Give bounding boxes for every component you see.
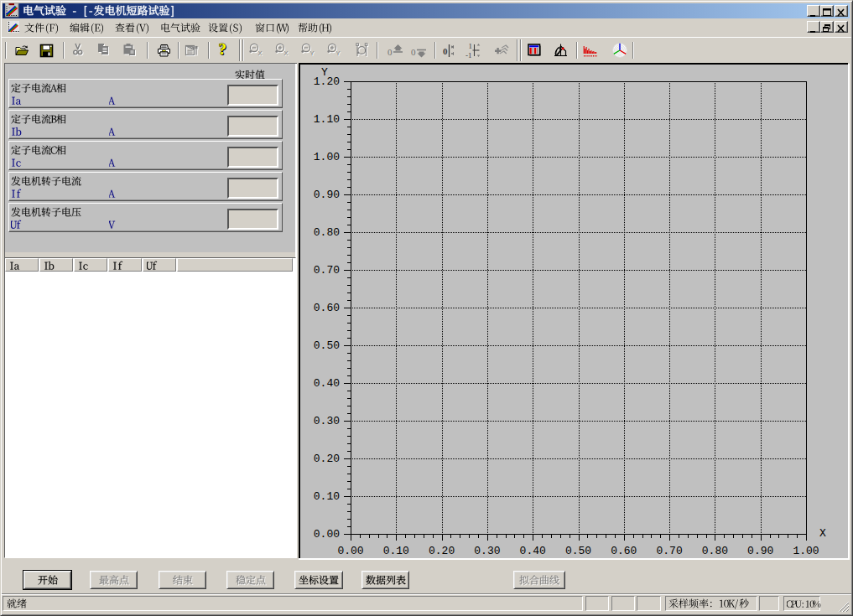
svg-text:X: X [258, 49, 263, 57]
svg-text:0: 0 [411, 46, 416, 56]
svg-text:0: 0 [387, 46, 393, 56]
svg-text:Y: Y [336, 49, 341, 57]
svg-text:0: 0 [443, 46, 448, 56]
svg-text:-1: -1 [466, 50, 472, 59]
svg-text:1: 1 [468, 43, 472, 50]
svg-text:?: ? [219, 42, 227, 58]
svg-text:Y: Y [310, 49, 315, 57]
svg-text:X: X [284, 49, 289, 57]
